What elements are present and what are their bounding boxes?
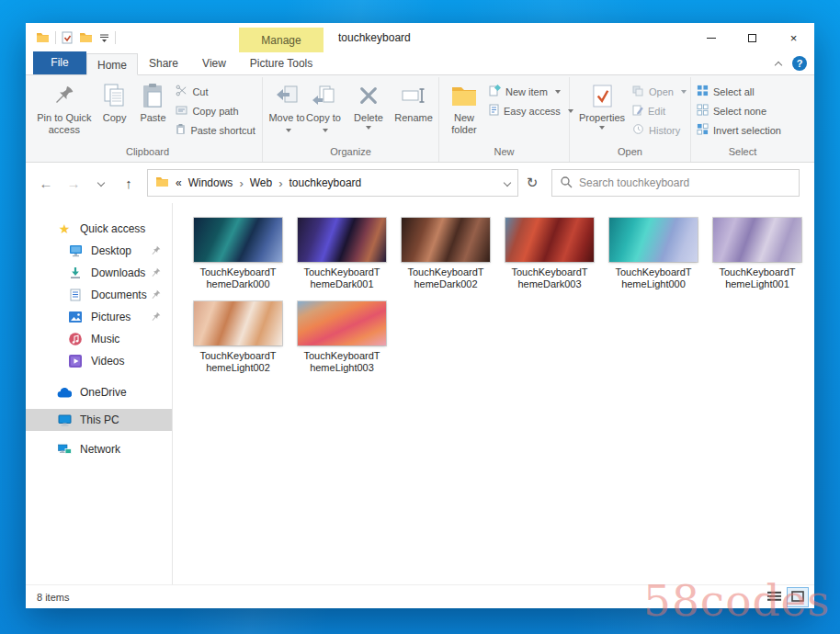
scissors-icon (176, 85, 187, 98)
move-to-button[interactable]: Move to (268, 77, 305, 143)
sidebar-item-onedrive[interactable]: OneDrive (26, 381, 172, 403)
file-item[interactable]: TouchKeyboardThemeLight000 (606, 218, 701, 290)
customize-toolbar-icon[interactable] (98, 32, 110, 44)
dropdown-caret-icon (323, 129, 328, 132)
tab-file[interactable]: File (33, 51, 86, 74)
group-label-clipboard: Clipboard (33, 146, 262, 162)
sidebar-item-videos[interactable]: Videos (26, 350, 172, 372)
copy-to-button[interactable]: Copy to (305, 77, 342, 143)
copy-button[interactable]: Copy (96, 77, 134, 143)
select-none-button[interactable]: Select none (693, 101, 792, 120)
desktop: { "window": { "title": "touchkeyboard" }… (0, 0, 840, 634)
tab-picture-tools[interactable]: Picture Tools (239, 52, 324, 74)
select-all-button[interactable]: Select all (693, 82, 792, 101)
ribbon-group-select: Select all Select none Invert selection … (691, 77, 794, 162)
breadcrumb-windows[interactable]: Windows (188, 176, 233, 189)
sidebar-item-label: This PC (80, 413, 119, 426)
invert-selection-button[interactable]: Invert selection (693, 120, 792, 140)
file-item[interactable]: TouchKeyboardThemeDark002 (398, 218, 494, 290)
help-icon[interactable]: ? (792, 56, 807, 71)
breadcrumb-web[interactable]: Web (250, 176, 272, 189)
file-item[interactable]: TouchKeyboardThemeDark000 (190, 218, 286, 290)
file-name: TouchKeyboardThemeLight001 (709, 266, 805, 290)
paste-button[interactable]: Paste (134, 77, 173, 143)
sidebar-item-label: Documents (91, 289, 147, 301)
file-item[interactable]: TouchKeyboardThemeLight003 (294, 301, 390, 374)
breadcrumb-touchkeyboard[interactable]: touchkeyboard (289, 176, 362, 189)
history-button[interactable]: History (629, 120, 687, 140)
tab-strip-right: ? (776, 56, 807, 71)
chevron-down-icon (97, 179, 105, 187)
select-none-icon (697, 104, 709, 118)
sidebar-item-downloads[interactable]: Downloads (26, 262, 172, 284)
back-button[interactable]: ← (33, 170, 59, 196)
new-folder-button[interactable]: New folder (443, 77, 485, 143)
file-item[interactable]: TouchKeyboardThemeDark003 (502, 218, 597, 290)
file-thumbnail (194, 301, 282, 345)
thumbnail-view-icon (791, 591, 804, 604)
view-toggle-buttons (763, 587, 809, 607)
file-item[interactable]: TouchKeyboardThemeLight001 (709, 218, 805, 290)
open-icon (632, 85, 644, 98)
paste-shortcut-button[interactable]: Paste shortcut (172, 120, 262, 140)
sidebar-item-pictures[interactable]: Pictures (26, 306, 172, 328)
tab-share[interactable]: Share (138, 52, 189, 74)
sidebar-item-quick-access[interactable]: ★ Quick access (26, 218, 172, 240)
recent-locations-button[interactable] (88, 170, 114, 196)
sidebar-item-this-pc[interactable]: This PC (26, 409, 172, 431)
file-thumbnail (609, 218, 698, 262)
close-button[interactable]: × (773, 23, 814, 52)
maximize-button[interactable] (732, 23, 773, 52)
this-pc-icon (57, 414, 72, 426)
address-bar[interactable]: « Windows › Web › touchkeyboard (147, 169, 518, 197)
folder-icon (155, 176, 169, 190)
properties-button[interactable]: Properties (575, 77, 629, 143)
details-view-button[interactable] (763, 587, 785, 607)
file-thumbnail (298, 301, 386, 345)
sidebar-item-network[interactable]: Network (26, 438, 172, 460)
pin-icon (151, 289, 161, 302)
rename-icon (401, 81, 426, 110)
up-button[interactable]: ↑ (116, 170, 142, 196)
dropdown-caret-icon (286, 129, 291, 132)
rename-button[interactable]: Rename (390, 77, 437, 143)
cut-button[interactable]: Cut (172, 82, 262, 101)
sidebar-item-label: Pictures (91, 311, 131, 323)
ribbon-group-new: New folder New item Easy access New (439, 77, 570, 162)
close-icon: × (790, 32, 798, 44)
file-item[interactable]: TouchKeyboardThemeLight002 (190, 301, 286, 374)
sidebar-item-desktop[interactable]: Desktop (26, 240, 172, 262)
refresh-button[interactable]: ↻ (520, 170, 544, 196)
new-folder-qat-icon[interactable] (78, 31, 94, 44)
file-name: TouchKeyboardThemeLight003 (294, 350, 390, 374)
edit-button[interactable]: Edit (629, 101, 687, 120)
search-input[interactable] (579, 176, 791, 189)
file-item[interactable]: TouchKeyboardThemeDark001 (294, 218, 390, 290)
properties-check-icon[interactable] (61, 30, 74, 45)
tab-home[interactable]: Home (86, 53, 138, 75)
dropdown-caret-icon (366, 126, 371, 130)
address-dropdown-icon[interactable] (504, 179, 511, 187)
forward-button[interactable]: → (61, 170, 86, 196)
pin-to-quick-access-button[interactable]: Pin to Quick access (33, 77, 96, 143)
pin-icon (151, 245, 161, 258)
search-box[interactable] (551, 169, 800, 197)
minimize-button[interactable] (690, 23, 732, 52)
breadcrumb-separator: › (239, 176, 243, 190)
delete-button[interactable]: Delete (347, 77, 390, 143)
open-button[interactable]: Open (629, 82, 687, 101)
folder-icon[interactable] (35, 31, 51, 44)
copy-path-button[interactable]: Copy path (172, 101, 262, 120)
thumbnail-view-button[interactable] (787, 587, 809, 607)
tab-view[interactable]: View (189, 52, 239, 74)
pin-icon (151, 311, 161, 324)
music-icon (68, 333, 83, 345)
sidebar-item-documents[interactable]: Documents (26, 284, 172, 306)
explorer-window: Manage touchkeyboard × File Home Share V… (26, 23, 814, 608)
easy-access-button[interactable]: Easy access (485, 101, 568, 120)
collapse-ribbon-icon[interactable] (775, 61, 782, 68)
new-item-button[interactable]: New item (485, 82, 568, 101)
sidebar-item-music[interactable]: Music (26, 328, 172, 350)
file-list: TouchKeyboardThemeDark000 TouchKeyboardT… (173, 203, 814, 584)
breadcrumb-overflow[interactable]: « (176, 176, 182, 189)
